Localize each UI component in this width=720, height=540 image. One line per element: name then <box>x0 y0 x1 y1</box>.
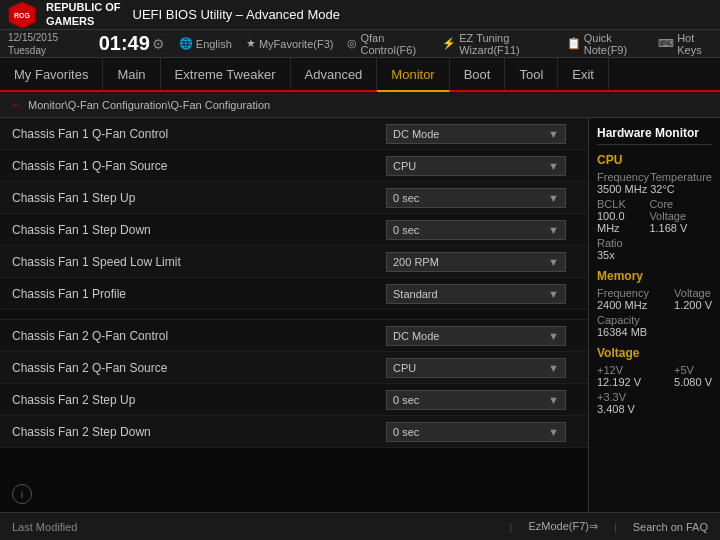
qfan-button[interactable]: ◎ Qfan Control(F6) <box>347 32 428 56</box>
nav-exit[interactable]: Exit <box>558 58 609 90</box>
main-layout: Chassis Fan 1 Q-Fan Control DC Mode ▼ Ch… <box>0 118 720 512</box>
nav-advanced[interactable]: Advanced <box>291 58 378 90</box>
control-chassis-fan2-step-up[interactable]: 0 sec ▼ <box>386 390 576 410</box>
mem-volt-value: 1.200 V <box>674 299 712 311</box>
setting-chassis-fan1-profile: Chassis Fan 1 Profile Standard ▼ <box>0 278 588 310</box>
dropdown-chassis-fan1-step-down[interactable]: 0 sec ▼ <box>386 220 566 240</box>
dropdown-value: CPU <box>393 160 416 172</box>
ez-mode-button[interactable]: EzMode(F7)⇒ <box>528 520 598 533</box>
nav-monitor[interactable]: Monitor <box>377 58 449 92</box>
setting-label: Chassis Fan 2 Q-Fan Source <box>12 361 386 375</box>
chevron-down-icon: ▼ <box>548 160 559 172</box>
voltage-33v-row: +3.3V 3.408 V <box>597 391 712 415</box>
nav-tool[interactable]: Tool <box>505 58 558 90</box>
setting-label: Chassis Fan 1 Step Down <box>12 223 386 237</box>
dropdown-chassis-fan2-step-up[interactable]: 0 sec ▼ <box>386 390 566 410</box>
v33-label: +3.3V <box>597 391 712 403</box>
chevron-down-icon: ▼ <box>548 330 559 342</box>
control-chassis-fan1-qfan-control[interactable]: DC Mode ▼ <box>386 124 576 144</box>
settings-list: Chassis Fan 1 Q-Fan Control DC Mode ▼ Ch… <box>0 118 588 448</box>
core-v-value: 1.168 V <box>649 222 712 234</box>
dropdown-chassis-fan1-qfan-control[interactable]: DC Mode ▼ <box>386 124 566 144</box>
setting-label: Chassis Fan 2 Step Down <box>12 425 386 439</box>
keyboard-icon: ⌨ <box>658 37 674 50</box>
gear-icon[interactable]: ⚙ <box>152 36 165 52</box>
control-chassis-fan1-speed-low-limit[interactable]: 200 RPM ▼ <box>386 252 576 272</box>
setting-chassis-fan1-speed-low-limit: Chassis Fan 1 Speed Low Limit 200 RPM ▼ <box>0 246 588 278</box>
dropdown-chassis-fan1-speed-low-limit[interactable]: 200 RPM ▼ <box>386 252 566 272</box>
voltage-section-title: Voltage <box>597 346 712 360</box>
setting-label: Chassis Fan 2 Q-Fan Control <box>12 329 386 343</box>
divider: | <box>614 521 617 533</box>
control-chassis-fan1-profile[interactable]: Standard ▼ <box>386 284 576 304</box>
cpu-freq-label: Frequency <box>597 171 649 183</box>
brand-text: REPUBLIC OF GAMERS <box>46 1 121 27</box>
last-modified-text: Last Modified <box>12 521 77 533</box>
v12-value: 12.192 V <box>597 376 641 388</box>
control-chassis-fan1-qfan-source[interactable]: CPU ▼ <box>386 156 576 176</box>
control-chassis-fan1-step-down[interactable]: 0 sec ▼ <box>386 220 576 240</box>
cpu-frequency-row: Frequency 3500 MHz Temperature 32°C <box>597 171 712 195</box>
language-icon: 🌐 <box>179 37 193 50</box>
v33-value: 3.408 V <box>597 403 712 415</box>
nav-my-favorites[interactable]: My Favorites <box>0 58 103 90</box>
ratio-label: Ratio <box>597 237 712 249</box>
chevron-down-icon: ▼ <box>548 362 559 374</box>
core-v-label: Core Voltage <box>649 198 712 222</box>
info-icon[interactable]: i <box>12 484 32 504</box>
language-selector[interactable]: 🌐 English <box>179 37 232 50</box>
dropdown-chassis-fan2-qfan-control[interactable]: DC Mode ▼ <box>386 326 566 346</box>
control-chassis-fan2-step-down[interactable]: 0 sec ▼ <box>386 422 576 442</box>
settings-panel: Chassis Fan 1 Q-Fan Control DC Mode ▼ Ch… <box>0 118 588 512</box>
control-chassis-fan2-qfan-control[interactable]: DC Mode ▼ <box>386 326 576 346</box>
dropdown-value: Standard <box>393 288 438 300</box>
toolbar: 12/15/2015 Tuesday 01:49 ⚙ 🌐 English ★ M… <box>0 30 720 58</box>
setting-chassis-fan1-qfan-source: Chassis Fan 1 Q-Fan Source CPU ▼ <box>0 150 588 182</box>
language-label: English <box>196 38 232 50</box>
setting-label: Chassis Fan 1 Speed Low Limit <box>12 255 386 269</box>
control-chassis-fan1-step-up[interactable]: 0 sec ▼ <box>386 188 576 208</box>
hot-keys-button[interactable]: ⌨ Hot Keys <box>658 32 712 56</box>
my-favorite-button[interactable]: ★ MyFavorite(F3) <box>246 37 334 50</box>
nav-extreme-tweaker[interactable]: Extreme Tweaker <box>161 58 291 90</box>
fan-icon: ◎ <box>347 37 357 50</box>
chevron-down-icon: ▼ <box>548 192 559 204</box>
dropdown-chassis-fan2-qfan-source[interactable]: CPU ▼ <box>386 358 566 378</box>
search-faq-button[interactable]: Search on FAQ <box>633 521 708 533</box>
chevron-down-icon: ▼ <box>548 394 559 406</box>
setting-chassis-fan2-step-down: Chassis Fan 2 Step Down 0 sec ▼ <box>0 416 588 448</box>
ratio-value: 35x <box>597 249 712 261</box>
dropdown-chassis-fan1-profile[interactable]: Standard ▼ <box>386 284 566 304</box>
nav-boot[interactable]: Boot <box>450 58 506 90</box>
dropdown-chassis-fan2-step-down[interactable]: 0 sec ▼ <box>386 422 566 442</box>
ez-tuning-button[interactable]: ⚡ EZ Tuning Wizard(F11) <box>442 32 553 56</box>
control-chassis-fan2-qfan-source[interactable]: CPU ▼ <box>386 358 576 378</box>
setting-chassis-fan1-step-up: Chassis Fan 1 Step Up 0 sec ▼ <box>0 182 588 214</box>
date-text: 12/15/2015 Tuesday <box>8 31 85 57</box>
setting-label: Chassis Fan 2 Step Up <box>12 393 386 407</box>
qfan-label: Qfan Control(F6) <box>360 32 428 56</box>
group-spacer <box>0 310 588 320</box>
cpu-temp-value: 32°C <box>650 183 712 195</box>
time-display: 01:49 ⚙ <box>99 32 165 55</box>
nav-main[interactable]: Main <box>103 58 160 90</box>
v12-label: +12V <box>597 364 641 376</box>
mem-capacity-row: Capacity 16384 MB <box>597 314 712 338</box>
datetime-display: 12/15/2015 Tuesday <box>8 31 85 57</box>
footer: Last Modified | EzMode(F7)⇒ | Search on … <box>0 512 720 540</box>
bclk-value: 100.0 MHz <box>597 210 649 234</box>
voltage-12v-row: +12V 12.192 V +5V 5.080 V <box>597 364 712 388</box>
dropdown-chassis-fan1-qfan-source[interactable]: CPU ▼ <box>386 156 566 176</box>
nav-bar: My Favorites Main Extreme Tweaker Advanc… <box>0 58 720 92</box>
quick-note-button[interactable]: 📋 Quick Note(F9) <box>567 32 644 56</box>
svg-text:ROG: ROG <box>14 12 31 19</box>
mem-cap-value: 16384 MB <box>597 326 712 338</box>
back-arrow-icon[interactable]: ← <box>10 97 24 113</box>
bios-title: UEFI BIOS Utility – Advanced Mode <box>133 7 712 22</box>
chevron-down-icon: ▼ <box>548 256 559 268</box>
setting-chassis-fan1-step-down: Chassis Fan 1 Step Down 0 sec ▼ <box>0 214 588 246</box>
v5-value: 5.080 V <box>674 376 712 388</box>
cpu-bclk-row: BCLK 100.0 MHz Core Voltage 1.168 V <box>597 198 712 234</box>
setting-label: Chassis Fan 1 Q-Fan Source <box>12 159 386 173</box>
dropdown-chassis-fan1-step-up[interactable]: 0 sec ▼ <box>386 188 566 208</box>
